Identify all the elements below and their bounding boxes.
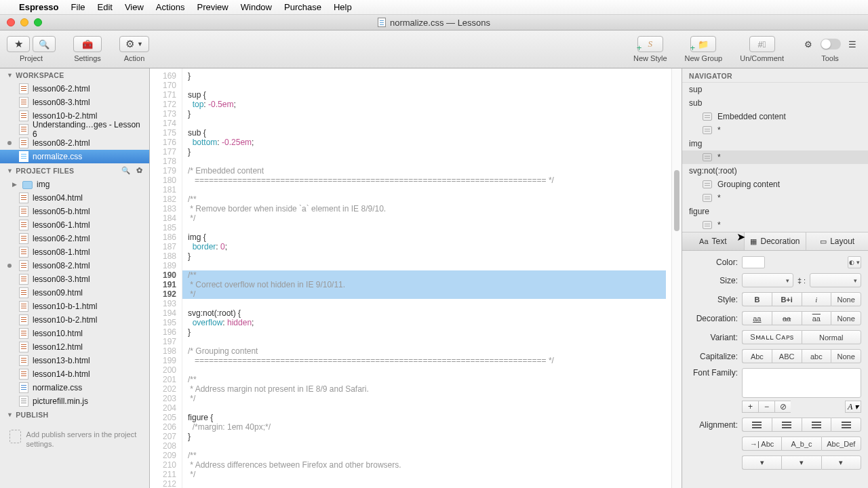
project-file[interactable]: lesson10.html [0,327,149,340]
zoom-button[interactable] [34,18,42,26]
project-file[interactable]: lesson14-b.html [0,367,149,381]
project-file[interactable]: lesson10-b-1.html [0,300,149,313]
menu-view[interactable]: View [125,2,144,12]
alignment-segmented[interactable] [742,418,861,432]
align-center[interactable] [772,418,802,432]
menu-edit[interactable]: Edit [98,2,113,12]
color-picker-button[interactable]: ◐ ▾ [848,256,861,268]
navigator-item[interactable]: * [682,150,868,164]
tools-toggle[interactable] [821,39,841,49]
workspace-file[interactable]: Understanding…ges - Lesson 6 [0,123,149,136]
new-style-button[interactable]: S + [637,36,663,52]
align-left[interactable] [742,418,772,432]
uncomment-button[interactable]: #⃞ [749,36,775,52]
tab-layout[interactable]: ▭Layout [806,232,868,250]
project-button[interactable]: ★ [7,36,30,52]
deco-strike[interactable]: aa [772,311,802,325]
action-button[interactable]: ⚙▼ [119,36,149,52]
project-file[interactable]: lesson13-b.html [0,354,149,367]
menu-window[interactable]: Window [241,2,272,12]
code-area[interactable]: }sup { top: -0.5em;}sub { bottom: -0.25e… [182,68,671,488]
tab-text[interactable]: AaText [682,232,745,250]
navigator-item[interactable]: Embedded content [682,110,868,123]
project-file[interactable]: lesson05-b.html [0,205,149,218]
tools-list-icon[interactable]: ☰ [846,36,859,52]
new-group-button[interactable]: 📁 + [690,36,716,52]
cap-title[interactable]: Abc [742,349,772,363]
search-icon[interactable]: 🔍 [121,166,130,175]
menu-purchase[interactable]: Purchase [284,2,321,12]
deco-overline[interactable]: aa [802,311,831,325]
style-segmented[interactable]: B B+i i None [742,292,861,306]
font-style-button[interactable]: A ▾ [845,401,861,413]
blank-segmented[interactable]: ▾ ▾ ▾ [742,455,861,470]
lineheight-select[interactable]: ▾ [810,273,861,287]
variant-smallcaps[interactable]: Sᴍᴀʟʟ Cᴀᴘs [742,330,802,344]
project-file[interactable]: ▶img [0,178,149,191]
gear-icon[interactable]: ✿ [136,166,142,175]
color-swatch[interactable] [742,256,765,268]
style-none[interactable]: None [831,292,861,306]
workspace-file[interactable]: normalize.css [0,150,149,163]
tab-decoration[interactable]: ▦Decoration [745,232,807,250]
navigator-item[interactable]: * [682,123,868,137]
project-file[interactable]: lesson12.html [0,340,149,354]
project-file[interactable]: lesson06-1.html [0,218,149,232]
navigator-item[interactable]: sup [682,83,868,96]
indent-first[interactable]: →| Abc [742,436,781,451]
settings-button[interactable]: 🧰 [73,36,102,52]
project-file[interactable]: normalize.css [0,381,149,394]
scrollbar-thumb[interactable] [674,170,679,231]
navigator-item[interactable]: Grouping content [682,178,868,191]
menu-help[interactable]: Help [334,2,352,12]
menu-preview[interactable]: Preview [197,2,229,12]
menu-actions[interactable]: Actions [156,2,185,12]
project-file[interactable]: lesson09.html [0,286,149,300]
navigator-item[interactable]: figure [682,205,868,218]
style-bold[interactable]: B [742,292,772,306]
deco-none[interactable]: None [831,311,861,325]
blank-a[interactable]: ▾ [742,455,781,470]
cap-upper[interactable]: ABC [772,349,802,363]
style-bolditalic[interactable]: B+i [772,292,802,306]
decoration-segmented[interactable]: aa aa aa None [742,311,861,325]
indent-segmented[interactable]: →| Abc A_b_c Abc_Def [742,436,861,451]
close-button[interactable] [7,18,15,26]
project-file[interactable]: lesson08-1.html [0,245,149,259]
app-menu[interactable]: Espresso [19,2,59,12]
align-justify[interactable] [831,418,861,432]
workspace-header[interactable]: ▼WORKSPACE [0,68,149,82]
indent-word[interactable]: Abc_Def [821,436,861,451]
workspace-file[interactable]: lesson08-3.html [0,96,149,109]
workspace-file[interactable]: lesson08-2.html [0,136,149,150]
blank-c[interactable]: ▾ [821,455,861,470]
variant-normal[interactable]: Normal [802,330,862,344]
deco-underline[interactable]: aa [742,311,772,325]
navigator-item[interactable]: * [682,191,868,205]
minimize-button[interactable] [20,18,28,26]
project-file[interactable]: lesson06-2.html [0,232,149,245]
font-clear-button[interactable]: ⊘ [774,401,791,413]
size-select[interactable]: ▾ [742,273,793,287]
blank-b[interactable]: ▾ [781,455,821,470]
font-remove-button[interactable]: − [758,401,774,413]
project-file[interactable]: lesson10-b-2.html [0,313,149,327]
indent-letter[interactable]: A_b_c [781,436,821,451]
cap-lower[interactable]: abc [802,349,831,363]
workspace-file[interactable]: lesson06-2.html [0,82,149,96]
project-file[interactable]: lesson04.html [0,191,149,205]
navigator-item[interactable]: sub [682,96,868,110]
project-files-header[interactable]: ▼PROJECT FILES 🔍✿ [0,163,149,178]
navigator-item[interactable]: * [682,218,868,232]
project-file[interactable]: lesson08-3.html [0,272,149,286]
navigator-item[interactable]: svg:not(:root) [682,164,868,178]
publish-header[interactable]: ▼PUBLISH [0,408,149,422]
font-family-list[interactable] [742,368,861,398]
project-search-button[interactable]: 🔍 [33,36,56,52]
style-italic[interactable]: i [802,292,831,306]
variant-segmented[interactable]: Sᴍᴀʟʟ Cᴀᴘs Normal [742,330,861,344]
project-file[interactable]: picturefill.min.js [0,394,149,408]
editor-scrollbar[interactable] [671,68,682,488]
navigator-item[interactable]: img [682,137,868,150]
menu-file[interactable]: File [71,2,85,12]
